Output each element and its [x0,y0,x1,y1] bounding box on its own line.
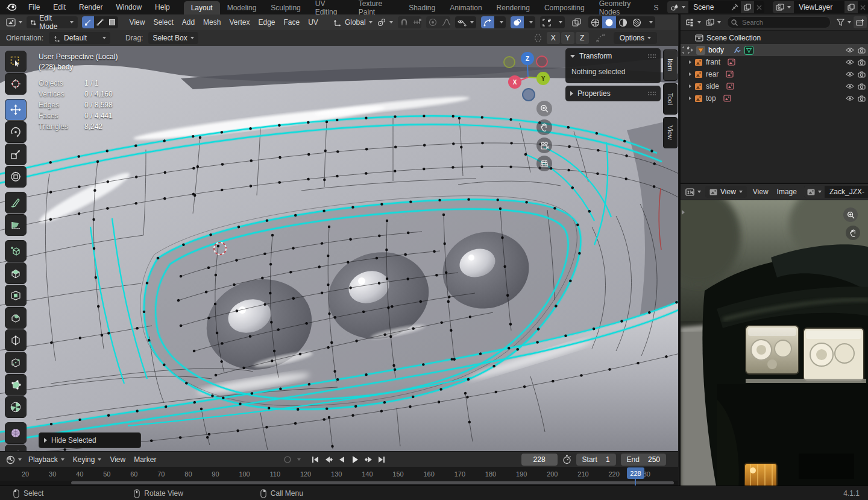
menu-add[interactable]: Add [178,18,199,27]
region-expand-arrow-icon[interactable] [682,210,685,215]
end-frame-field[interactable]: End 250 [621,454,666,466]
tool-knife-button[interactable] [5,352,27,373]
show-overlays-toggle[interactable] [511,16,524,28]
playhead[interactable]: 228 [627,467,644,479]
snap-toggle[interactable] [398,16,410,28]
menu-vertex[interactable]: Vertex [225,18,254,27]
tab-geometry-nodes[interactable]: Geometry Nodes [592,1,653,14]
pin-icon[interactable] [729,1,741,13]
image-display-mode-dropdown[interactable]: View [705,186,747,198]
unlink-scene-button[interactable] [754,1,764,13]
outliner-row-frant[interactable]: frant [681,56,868,68]
proportional-falloff-dropdown[interactable] [439,16,450,28]
outliner-filter-button[interactable] [834,16,854,28]
menu-face[interactable]: Face [280,18,304,27]
correct-face-attributes-icon[interactable] [594,32,608,44]
menu-window[interactable]: Window [109,0,148,14]
drag-mode-dropdown[interactable]: Select Box [148,32,198,44]
npanel-tab-view[interactable]: View [663,117,678,148]
hide-eye-icon[interactable] [846,47,854,53]
3d-viewport[interactable]: User Perspective (Local) (228) body Obje… [0,46,678,451]
disable-render-camera-icon[interactable] [858,83,866,90]
tool-scale-button[interactable] [5,144,27,165]
tab-shading[interactable]: Shading [401,1,442,14]
disable-render-camera-icon[interactable] [858,71,866,78]
outliner-search[interactable] [727,16,831,28]
mirror-z-button[interactable]: Z [576,32,589,44]
hide-eye-icon[interactable] [846,59,854,65]
outliner-row-rear[interactable]: rear [681,68,868,80]
operator-panel-hide-selected[interactable]: Hide Selected [39,432,141,448]
prev-keyframe-button[interactable] [322,454,335,465]
gizmo-y-negative[interactable] [503,56,515,68]
disable-render-camera-icon[interactable] [858,59,866,66]
jump-to-end-button[interactable] [376,454,388,465]
next-keyframe-button[interactable] [362,454,374,465]
expand-arrow-icon[interactable] [691,48,693,52]
tool-smooth-button[interactable] [5,422,27,444]
orientation-default-dropdown[interactable]: Default [49,32,110,44]
menu-view[interactable]: View [125,18,149,27]
proportional-edit-toggle[interactable] [426,16,439,28]
scene-dropdown[interactable] [667,1,688,13]
mirror-x-button[interactable]: X [547,32,560,44]
outliner-row-scene-collection[interactable]: Scene Collection [681,32,868,44]
viewlayer-dropdown[interactable] [773,1,794,13]
xray-toggle[interactable] [570,16,583,28]
face-select-button[interactable] [106,16,118,28]
new-collection-button[interactable] [854,16,867,28]
shading-material-button[interactable] [616,16,630,28]
current-frame-field[interactable]: 228 [521,454,558,466]
vertex-select-button[interactable] [82,16,94,28]
image-datablock-dropdown[interactable] [804,186,825,198]
remove-viewlayer-button[interactable] [858,1,868,13]
scene-name[interactable]: Scene [688,3,729,11]
image-zoom-button[interactable] [843,207,858,222]
shading-rendered-button[interactable] [630,16,644,28]
new-viewlayer-button[interactable] [844,1,858,13]
disable-render-camera-icon[interactable] [858,95,866,102]
tool-edge-slide-button[interactable] [5,445,27,451]
jump-to-start-button[interactable] [309,454,321,465]
pan-button[interactable] [536,119,552,135]
camera-view-button[interactable] [536,138,552,153]
drag-grip-icon[interactable] [647,91,656,96]
shading-solid-button[interactable] [602,16,616,28]
menu-render[interactable]: Render [72,0,109,14]
image-editor-type-button[interactable] [683,186,703,198]
gizmo-z-axis[interactable]: Z [521,52,534,65]
tab-scripting-truncated[interactable]: S [653,1,659,14]
menu-select[interactable]: Select [149,18,177,27]
gizmo-y-axis[interactable]: Y [536,72,550,85]
tab-animation[interactable]: Animation [442,1,489,14]
shading-dropdown[interactable] [644,16,655,28]
tool-move-button[interactable] [5,99,27,121]
tab-layout[interactable]: Layout [184,1,220,14]
tab-texture-paint[interactable]: Texture Paint [351,1,401,14]
shading-wireframe-button[interactable] [588,16,602,28]
use-preview-range-toggle[interactable] [562,455,571,464]
tool-spin-button[interactable] [5,396,27,418]
mesh-edit-overlay-dropdown[interactable] [553,16,565,28]
tool-select-box-button[interactable] [5,51,27,72]
play-reverse-button[interactable] [336,454,348,465]
menu-edit[interactable]: Edit [46,0,72,14]
outliner-display-mode-button[interactable] [703,16,723,28]
properties-panel-header[interactable]: Properties [565,86,661,101]
menu-playback[interactable]: Playback [24,455,69,464]
overlays-dropdown[interactable] [524,16,535,28]
show-gizmo-toggle[interactable] [481,16,494,28]
outliner-row-body[interactable]: body [681,44,868,56]
tool-measure-button[interactable] [5,214,27,236]
transform-panel-header[interactable]: Transform [565,48,661,64]
tool-add-cube-button[interactable] [5,240,27,262]
tool-annotate-button[interactable] [5,192,27,214]
search-input[interactable] [741,18,826,27]
gizmo-dropdown[interactable] [494,16,506,28]
image-pan-button[interactable] [846,226,860,240]
new-scene-button[interactable] [741,1,754,13]
tool-extrude-region-button[interactable] [5,262,27,284]
menu-edge[interactable]: Edge [254,18,279,27]
outliner-row-top[interactable]: top [681,92,868,104]
timeline-scrollbar[interactable] [71,481,674,484]
